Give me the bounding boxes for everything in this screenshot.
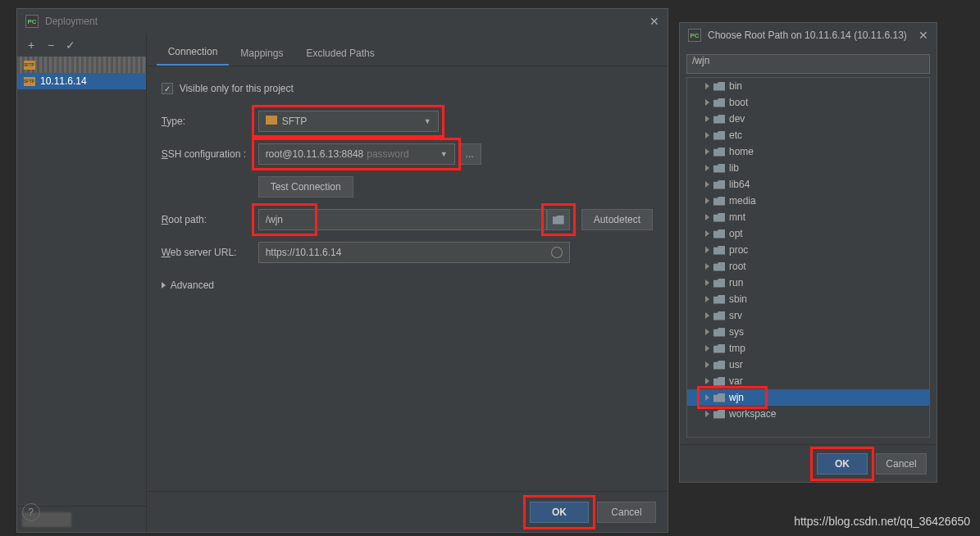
chevron-right-icon [705, 198, 709, 204]
cancel-button[interactable]: Cancel [597, 502, 656, 523]
close-icon[interactable]: ✕ [650, 15, 659, 28]
folder-icon [713, 328, 725, 337]
tree-node[interactable]: tmp [687, 340, 929, 357]
ssh-label: SSH configuration : [162, 148, 258, 160]
tree-node-label: usr [729, 359, 743, 370]
folder-icon [713, 361, 725, 370]
visible-only-checkbox[interactable]: ✓ [162, 83, 173, 94]
tree-node[interactable]: lib64 [687, 176, 929, 193]
titlebar: PC Deployment ✕ [17, 9, 668, 34]
tree-node[interactable]: proc [687, 242, 929, 258]
server-list: 10.11.6.14 [17, 57, 146, 506]
connection-form: ✓ Visible only for this project Type: SF… [147, 66, 668, 491]
visible-only-label: Visible only for this project [180, 83, 294, 94]
chevron-right-icon [705, 378, 709, 384]
help-button[interactable]: ? [22, 503, 40, 521]
tree-node-label: tmp [729, 343, 745, 354]
server-item[interactable]: 10.11.6.14 [17, 73, 146, 89]
folder-tree[interactable]: binbootdevetchomeliblib64mediamntoptproc… [686, 77, 930, 438]
test-connection-button[interactable]: Test Connection [258, 176, 353, 198]
tree-node[interactable]: sys [687, 324, 929, 340]
tabs: Connection Mappings Excluded Paths [147, 34, 668, 66]
chevron-right-icon [705, 411, 709, 417]
watermark: https://blog.csdn.net/qq_36426650 [794, 515, 970, 528]
app-icon: PC [25, 15, 39, 28]
tree-node[interactable]: dev [687, 111, 929, 127]
chevron-right-icon [705, 165, 709, 171]
folder-icon [713, 197, 725, 206]
autodetect-button[interactable]: Autodetect [581, 209, 653, 230]
ok-button[interactable]: OK [530, 502, 589, 523]
tree-node[interactable]: run [687, 275, 929, 291]
chevron-right-icon [705, 214, 709, 220]
tree-node-label: lib [729, 162, 739, 174]
tree-node-label: lib64 [729, 179, 750, 190]
sftp-icon [266, 116, 277, 125]
tree-node-label: root [729, 261, 746, 272]
server-item-blurred[interactable] [17, 57, 146, 73]
tab-excluded[interactable]: Excluded Paths [294, 41, 385, 66]
browse-folder-button[interactable] [547, 209, 570, 230]
content-pane: Connection Mappings Excluded Paths ✓ Vis… [147, 34, 668, 532]
tree-node-label: etc [729, 129, 742, 141]
path-input[interactable] [686, 54, 930, 74]
tree-node[interactable]: etc [687, 127, 929, 143]
tab-mappings[interactable]: Mappings [229, 41, 294, 66]
globe-icon[interactable] [551, 247, 563, 258]
tree-node[interactable]: home [687, 143, 929, 160]
tree-node[interactable]: root [687, 258, 929, 275]
server-item-label: 10.11.6.14 [40, 75, 87, 87]
ssh-config-select[interactable]: root@10.11.6.13:8848password ▼ [258, 143, 455, 165]
tree-node[interactable]: lib [687, 160, 929, 176]
tree-node[interactable]: opt [687, 225, 929, 242]
advanced-toggle[interactable]: Advanced [162, 279, 214, 291]
folder-icon [713, 164, 725, 173]
folder-icon [713, 311, 725, 320]
folder-icon [713, 262, 725, 271]
chevron-right-icon [162, 282, 166, 288]
folder-icon [713, 82, 725, 91]
type-select[interactable]: SFTP ▼ [258, 111, 439, 132]
folder-icon [713, 213, 725, 222]
window-title: Choose Root Path on 10.11.6.14 (10.11.6.… [708, 30, 918, 41]
dialog-buttons: ? OK Cancel [147, 491, 668, 532]
chevron-right-icon [705, 247, 709, 253]
web-url-input[interactable] [258, 242, 570, 263]
folder-icon [713, 180, 725, 189]
tree-node[interactable]: bin [687, 78, 929, 94]
folder-icon [713, 393, 725, 402]
app-icon: PC [688, 29, 701, 42]
folder-icon [713, 98, 725, 107]
tree-node[interactable]: workspace [687, 406, 929, 422]
tree-node-label: var [729, 375, 743, 387]
close-icon[interactable]: ✕ [918, 29, 928, 42]
tree-node-label: workspace [729, 408, 776, 420]
tree-node[interactable]: srv [687, 307, 929, 324]
tree-node-label: media [729, 195, 756, 207]
remove-button[interactable]: − [42, 36, 60, 54]
tab-connection[interactable]: Connection [157, 39, 230, 66]
tree-node[interactable]: usr [687, 357, 929, 373]
deployment-dialog: PC Deployment ✕ + − ✓ 10.11.6.14 [16, 8, 668, 533]
ok-button[interactable]: OK [817, 453, 868, 475]
root-path-input[interactable] [258, 209, 547, 230]
tree-node[interactable]: boot [687, 94, 929, 111]
tree-node[interactable]: mnt [687, 209, 929, 225]
apply-button[interactable]: ✓ [62, 36, 80, 54]
dialog-buttons: OK Cancel [680, 444, 937, 482]
tree-node[interactable]: media [687, 193, 929, 209]
tree-node[interactable]: var [687, 373, 929, 389]
add-button[interactable]: + [22, 36, 40, 54]
folder-icon [713, 131, 725, 140]
tree-node-label: dev [729, 113, 745, 125]
tree-node-label: mnt [729, 211, 745, 223]
cancel-button[interactable]: Cancel [876, 453, 927, 475]
chevron-right-icon [705, 279, 709, 286]
tree-node[interactable]: wjn [687, 389, 929, 406]
sidebar-toolbar: + − ✓ [17, 34, 146, 57]
folder-icon [713, 377, 725, 386]
tree-node[interactable]: sbin [687, 291, 929, 307]
ssh-more-button[interactable]: ... [458, 143, 481, 165]
chevron-right-icon [705, 83, 709, 89]
root-path-label: Root path: [162, 214, 258, 225]
